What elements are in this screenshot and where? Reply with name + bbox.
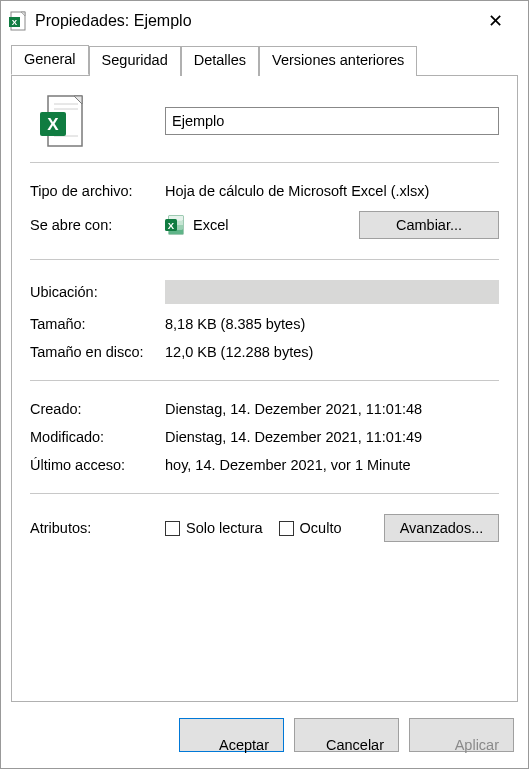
svg-text:X: X (12, 18, 18, 27)
ok-button[interactable]: Aceptar (179, 718, 284, 752)
apply-button[interactable]: Aplicar (409, 718, 514, 752)
titlebar: X Propiedades: Ejemplo ✕ (1, 1, 528, 41)
value-openswith: Excel (193, 217, 228, 233)
tab-strip: General Seguridad Detalles Versiones ant… (11, 45, 518, 75)
value-filetype: Hoja de cálculo de Microsoft Excel (.xls… (165, 183, 499, 199)
svg-text:X: X (168, 220, 175, 231)
label-size: Tamaño: (30, 316, 165, 332)
hidden-label: Oculto (300, 520, 342, 536)
tab-security[interactable]: Seguridad (89, 46, 181, 76)
properties-dialog: X Propiedades: Ejemplo ✕ General Segurid… (0, 0, 529, 769)
value-modified: Dienstag, 14. Dezember 2021, 11:01:49 (165, 429, 499, 445)
separator (30, 259, 499, 260)
cancel-button[interactable]: Cancelar (294, 718, 399, 752)
file-type-icon: X (38, 94, 82, 148)
content-area: General Seguridad Detalles Versiones ant… (1, 41, 528, 702)
label-created: Creado: (30, 401, 165, 417)
separator (30, 162, 499, 163)
label-location: Ubicación: (30, 284, 165, 300)
excel-file-icon: X (9, 11, 27, 31)
label-modified: Modificado: (30, 429, 165, 445)
hidden-checkbox[interactable]: Oculto (279, 520, 342, 536)
close-icon[interactable]: ✕ (476, 10, 520, 32)
window-title: Propiedades: Ejemplo (35, 12, 192, 30)
label-attributes: Atributos: (30, 520, 165, 536)
label-accessed: Último acceso: (30, 457, 165, 473)
readonly-checkbox[interactable]: Solo lectura (165, 520, 263, 536)
label-filetype: Tipo de archivo: (30, 183, 165, 199)
tab-previous-versions[interactable]: Versiones anteriores (259, 46, 417, 76)
dialog-footer: Aceptar Cancelar Aplicar (1, 702, 528, 768)
separator (30, 493, 499, 494)
filename-input[interactable] (165, 107, 499, 135)
readonly-label: Solo lectura (186, 520, 263, 536)
tab-panel-general: X Tipo de archivo: Hoja de cálculo de Mi… (11, 75, 518, 702)
svg-text:X: X (47, 115, 59, 134)
value-accessed: hoy, 14. Dezember 2021, vor 1 Minute (165, 457, 499, 473)
change-button[interactable]: Cambiar... (359, 211, 499, 239)
checkbox-icon (165, 521, 180, 536)
value-location (165, 280, 499, 304)
tab-general[interactable]: General (11, 45, 89, 75)
checkbox-icon (279, 521, 294, 536)
excel-app-icon: X (165, 215, 185, 235)
label-sizeondisk: Tamaño en disco: (30, 344, 165, 360)
value-created: Dienstag, 14. Dezember 2021, 11:01:48 (165, 401, 499, 417)
value-size: 8,18 KB (8.385 bytes) (165, 316, 499, 332)
label-openswith: Se abre con: (30, 217, 165, 233)
value-sizeondisk: 12,0 KB (12.288 bytes) (165, 344, 499, 360)
separator (30, 380, 499, 381)
advanced-button[interactable]: Avanzados... (384, 514, 499, 542)
tab-details[interactable]: Detalles (181, 46, 259, 76)
